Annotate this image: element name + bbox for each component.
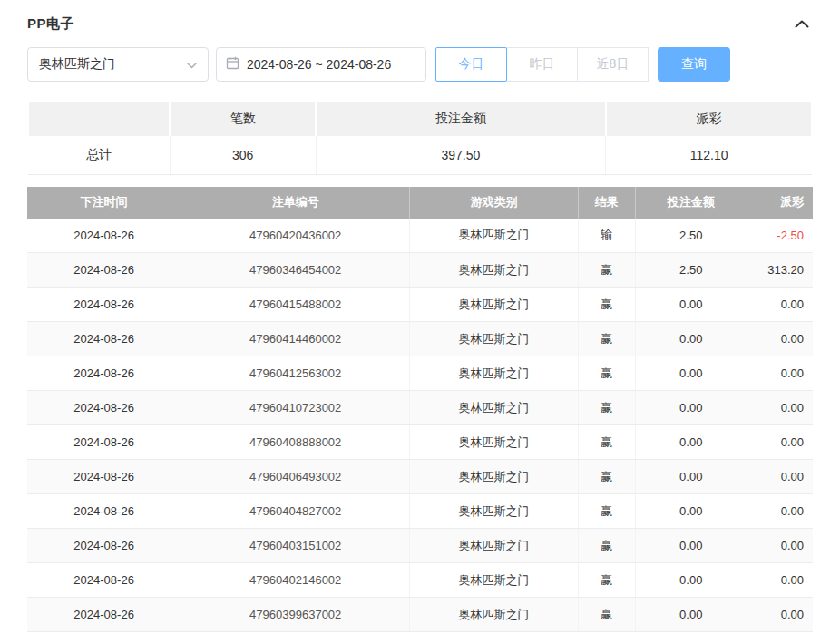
- result-cell: 赢: [578, 529, 635, 563]
- bet-time-cell: 2024-08-26: [27, 391, 181, 425]
- summary-total-count: 306: [170, 136, 316, 174]
- bet-amount-cell: 0.00: [635, 391, 747, 425]
- summary-table: 笔数 投注金额 派彩 总计 306 397.50 112.10: [27, 102, 813, 175]
- table-row: 2024-08-26 47960420436002 奥林匹斯之门 输 2.50 …: [27, 219, 813, 253]
- order-id-cell: 47960415488002: [181, 288, 410, 322]
- filter-row: 奥林匹斯之门 2024-08-26 ~ 2024-08-26 今日 昨日 近8日…: [27, 47, 813, 82]
- bet-amount-cell: 2.50: [635, 253, 747, 288]
- table-row: 2024-08-26 47960408888002 奥林匹斯之门 赢 0.00 …: [27, 425, 813, 460]
- today-button[interactable]: 今日: [435, 47, 507, 82]
- order-id-cell: 47960402146002: [181, 563, 410, 598]
- order-id-cell: 47960420436002: [181, 219, 410, 253]
- summary-total-label: 总计: [28, 136, 170, 174]
- summary-total-bet-amount: 397.50: [316, 136, 606, 174]
- bet-amount-cell: 2.50: [635, 219, 747, 253]
- game-category-cell: 奥林匹斯之门: [410, 425, 578, 460]
- game-category-cell: 奥林匹斯之门: [410, 460, 578, 494]
- payout-cell: 313.20: [747, 253, 813, 288]
- payout-cell: 0.00: [747, 529, 813, 563]
- result-cell: 赢: [578, 253, 635, 288]
- records-header-payout: 派彩: [747, 187, 813, 219]
- bet-time-cell: 2024-08-26: [27, 425, 181, 460]
- records-header-game-category: 游戏类别: [410, 187, 578, 219]
- bet-time-cell: 2024-08-26: [27, 598, 181, 632]
- result-cell: 赢: [578, 598, 635, 632]
- game-category-cell: 奥林匹斯之门: [410, 563, 578, 598]
- game-category-cell: 奥林匹斯之门: [410, 288, 578, 322]
- result-cell: 赢: [578, 391, 635, 425]
- last-8-days-button[interactable]: 近8日: [577, 47, 649, 82]
- payout-cell: 0.00: [747, 425, 813, 460]
- bet-amount-cell: 0.00: [635, 460, 747, 494]
- table-row: 2024-08-26 47960404827002 奥林匹斯之门 赢 0.00 …: [27, 494, 813, 529]
- records-header-row: 下注时间 注单编号 游戏类别 结果 投注金额 派彩: [27, 187, 813, 219]
- summary-total-row: 总计 306 397.50 112.10: [28, 136, 812, 174]
- summary-header-payout: 派彩: [606, 102, 812, 136]
- bet-time-cell: 2024-08-26: [27, 494, 181, 529]
- order-id-cell: 47960408888002: [181, 425, 410, 460]
- order-id-cell: 47960406493002: [181, 460, 410, 494]
- payout-cell: 0.00: [747, 598, 813, 632]
- payout-cell: 0.00: [747, 288, 813, 322]
- result-cell: 赢: [578, 460, 635, 494]
- result-cell: 输: [578, 219, 635, 253]
- bet-amount-cell: 0.00: [635, 356, 747, 391]
- payout-cell: 0.00: [747, 322, 813, 356]
- result-cell: 赢: [578, 288, 635, 322]
- bet-time-cell: 2024-08-26: [27, 253, 181, 288]
- calendar-icon: [226, 56, 239, 73]
- game-category-cell: 奥林匹斯之门: [410, 494, 578, 529]
- summary-header-row: 笔数 投注金额 派彩: [28, 102, 812, 136]
- bet-time-cell: 2024-08-26: [27, 219, 181, 253]
- records-table: 下注时间 注单编号 游戏类别 结果 投注金额 派彩 2024-08-26 479…: [27, 187, 813, 633]
- summary-header-count: 笔数: [170, 102, 316, 136]
- game-select[interactable]: 奥林匹斯之门: [27, 47, 209, 82]
- date-range-input[interactable]: 2024-08-26 ~ 2024-08-26: [216, 47, 426, 82]
- order-id-cell: 47960399637002: [181, 598, 410, 632]
- bet-amount-cell: 0.00: [635, 494, 747, 529]
- game-category-cell: 奥林匹斯之门: [410, 253, 578, 288]
- table-row: 2024-08-26 47960410723002 奥林匹斯之门 赢 0.00 …: [27, 391, 813, 425]
- bet-amount-cell: 0.00: [635, 529, 747, 563]
- bet-time-cell: 2024-08-26: [27, 460, 181, 494]
- table-row: 2024-08-26 47960412563002 奥林匹斯之门 赢 0.00 …: [27, 356, 813, 391]
- order-id-cell: 47960410723002: [181, 391, 410, 425]
- payout-cell: 0.00: [747, 494, 813, 529]
- payout-cell: 0.00: [747, 391, 813, 425]
- pp-electronic-panel: PP电子 奥林匹斯之门 2024-08-26 ~ 2024-08-26: [0, 0, 840, 632]
- search-button[interactable]: 查询: [658, 47, 730, 82]
- bet-time-cell: 2024-08-26: [27, 563, 181, 598]
- payout-cell: 0.00: [747, 563, 813, 598]
- game-category-cell: 奥林匹斯之门: [410, 598, 578, 632]
- date-range-value: 2024-08-26 ~ 2024-08-26: [247, 57, 391, 72]
- records-header-bet-amount: 投注金额: [635, 187, 747, 219]
- result-cell: 赢: [578, 425, 635, 460]
- order-id-cell: 47960404827002: [181, 494, 410, 529]
- bet-amount-cell: 0.00: [635, 425, 747, 460]
- chevron-down-icon: [187, 57, 197, 72]
- bet-time-cell: 2024-08-26: [27, 322, 181, 356]
- bet-time-cell: 2024-08-26: [27, 529, 181, 563]
- payout-cell: 0.00: [747, 460, 813, 494]
- quick-date-button-group: 今日 昨日 近8日: [435, 47, 649, 82]
- table-row: 2024-08-26 47960414460002 奥林匹斯之门 赢 0.00 …: [27, 322, 813, 356]
- yesterday-button[interactable]: 昨日: [506, 47, 578, 82]
- bet-amount-cell: 0.00: [635, 563, 747, 598]
- game-category-cell: 奥林匹斯之门: [410, 391, 578, 425]
- records-header-bet-time: 下注时间: [27, 187, 181, 219]
- collapse-chevron-up-icon[interactable]: [791, 16, 813, 32]
- panel-title: PP电子: [27, 15, 74, 33]
- table-row: 2024-08-26 47960399637002 奥林匹斯之门 赢 0.00 …: [27, 598, 813, 632]
- payout-cell: -2.50: [747, 219, 813, 253]
- result-cell: 赢: [578, 356, 635, 391]
- table-row: 2024-08-26 47960346454002 奥林匹斯之门 赢 2.50 …: [27, 253, 813, 288]
- game-category-cell: 奥林匹斯之门: [410, 219, 578, 253]
- records-header-result: 结果: [578, 187, 635, 219]
- bet-amount-cell: 0.00: [635, 288, 747, 322]
- bet-amount-cell: 0.00: [635, 598, 747, 632]
- game-category-cell: 奥林匹斯之门: [410, 356, 578, 391]
- result-cell: 赢: [578, 494, 635, 529]
- order-id-cell: 47960346454002: [181, 253, 410, 288]
- records-header-order-id: 注单编号: [181, 187, 410, 219]
- table-row: 2024-08-26 47960406493002 奥林匹斯之门 赢 0.00 …: [27, 460, 813, 494]
